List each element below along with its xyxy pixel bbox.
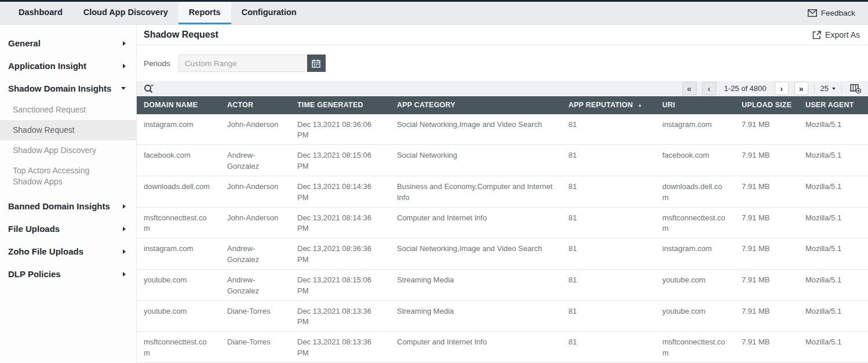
column-header-user-agent[interactable]: USER AGENT <box>798 96 868 114</box>
column-header-label: APP REPUTATION <box>568 101 633 109</box>
table-row[interactable]: youtube.comDiane-TorresDec 13,2021 08:13… <box>137 300 868 332</box>
top-navigation-bar: Dashboard Cloud App Discovery Reports Co… <box>0 2 868 25</box>
shadow-request-table: DOMAIN NAME ACTOR TIME GENERATED APP CAT… <box>137 96 868 363</box>
table-cell: 7.91 MB <box>735 332 798 363</box>
table-cell: Streaming Media <box>390 269 561 300</box>
table-cell: Mozilla/5.1 <box>798 332 868 363</box>
tab-dashboard[interactable]: Dashboard <box>8 2 73 24</box>
sidebar-item-zoho-file-uploads[interactable]: Zoho File Uploads <box>0 240 136 263</box>
table-cell: Social Networking,Image and Video Search <box>390 114 561 145</box>
table-cell: 81 <box>561 332 655 363</box>
prev-page-button[interactable]: ‹ <box>702 82 716 95</box>
sidebar-subitem-shadow-request[interactable]: Shadow Request <box>0 120 136 140</box>
pagination-range: 1-25 of 4800 <box>724 84 767 93</box>
table-row[interactable]: msftconnecttest.comDiane-TorresDec 13,20… <box>137 332 868 363</box>
table-cell: Mozilla/5.1 <box>798 176 868 207</box>
first-page-button[interactable]: « <box>683 82 696 95</box>
calendar-button[interactable] <box>307 55 326 72</box>
next-page-button[interactable]: › <box>775 82 789 95</box>
periods-input[interactable] <box>178 55 307 72</box>
table-cell: youtube.com <box>137 269 220 300</box>
table-cell: youtube.com <box>655 300 735 332</box>
sidebar-item-label: Zoho File Uploads <box>8 246 83 256</box>
export-icon <box>812 31 821 39</box>
table-cell: Dec 13,2021 08:36:36 PM <box>290 238 390 270</box>
table-cell: Dec 13,2021 08:13:36 PM <box>290 300 390 332</box>
table-cell: 81 <box>561 114 655 145</box>
table-cell: 7.91 MB <box>735 269 798 300</box>
chevron-right-icon <box>123 227 126 231</box>
table-cell: 81 <box>561 176 655 207</box>
toolbar-divider <box>814 84 815 94</box>
sidebar-item-dlp-policies[interactable]: DLP Policies <box>0 263 136 285</box>
column-chooser-button[interactable] <box>850 84 861 93</box>
sidebar-item-application-insight[interactable]: Application Insight <box>0 55 136 77</box>
table-row[interactable]: youtube.comAndrew-GonzalezDec 13,2021 08… <box>137 269 868 300</box>
column-header-app-reputation[interactable]: APP REPUTATION▲ <box>561 96 655 114</box>
table-cell: 7.91 MB <box>735 300 798 332</box>
export-as-button[interactable]: Export As <box>812 30 861 39</box>
table-toolbar: « ‹ 1-25 of 4800 › » 25 <box>137 81 868 96</box>
table-cell: youtube.com <box>655 269 735 300</box>
table-row[interactable]: instagram.comJohn-AndersonDec 13,2021 08… <box>137 114 868 145</box>
table-cell: 81 <box>561 300 655 332</box>
table-row[interactable]: facebook.comAndrew-GonzalezDec 13,2021 0… <box>137 145 868 176</box>
table-cell: instagram.com <box>655 114 735 145</box>
feedback-button[interactable]: Feedback <box>795 2 868 24</box>
tab-reports[interactable]: Reports <box>178 2 231 24</box>
search-button[interactable] <box>144 84 154 93</box>
sidebar-subitem-top-actors-accessing-shadow-apps[interactable]: Top Actors Accessing Shadow Apps <box>0 161 136 192</box>
table-cell: msftconnecttest.com <box>655 207 735 238</box>
column-header-upload-size[interactable]: UPLOAD SIZE <box>735 96 798 114</box>
table-cell: 7.91 MB <box>735 207 798 238</box>
table-cell: Social Networking <box>390 145 561 176</box>
table-header-row: DOMAIN NAME ACTOR TIME GENERATED APP CAT… <box>137 96 868 114</box>
table-cell: Mozilla/5.1 <box>798 145 868 176</box>
table-cell: 81 <box>561 207 655 238</box>
table-cell: Mozilla/5.1 <box>798 114 868 145</box>
export-label: Export As <box>825 30 860 39</box>
column-header-time-generated[interactable]: TIME GENERATED <box>290 96 390 114</box>
table-cell: msftconnecttest.com <box>137 332 220 363</box>
page-size-select[interactable]: 25 <box>820 84 836 93</box>
column-header-uri[interactable]: URI <box>655 96 735 114</box>
table-cell: Diane-Torres <box>220 300 290 332</box>
table-cell: facebook.com <box>655 145 735 176</box>
sidebar-item-label: File Uploads <box>8 224 60 234</box>
table-cell: Mozilla/5.1 <box>798 238 868 270</box>
table-cell: Mozilla/5.1 <box>798 207 868 238</box>
table-cell: msftconnecttest.com <box>655 332 735 363</box>
column-header-app-category[interactable]: APP CATEGORY <box>390 96 561 114</box>
add-column-icon <box>850 84 861 93</box>
page-title: Shadow Request <box>144 30 218 40</box>
table-cell: Business and Economy,Computer and Intern… <box>390 176 561 207</box>
table-cell: Computer and Internet Info <box>390 332 561 363</box>
table-cell: Andrew-Gonzalez <box>220 145 290 176</box>
table-cell: 81 <box>561 238 655 270</box>
sidebar-item-banned-domain-insights[interactable]: Banned Domain Insights <box>0 195 136 217</box>
sidebar-item-shadow-domain-insights[interactable]: Shadow Domain Insights <box>0 77 136 100</box>
table-row[interactable]: downloads.dell.comJohn-AndersonDec 13,20… <box>137 176 868 207</box>
table-cell: Streaming Media <box>390 300 561 332</box>
sidebar-subitem-shadow-app-discovery[interactable]: Shadow App Discovery <box>0 140 136 161</box>
table-cell: 81 <box>561 145 655 176</box>
chevron-right-icon <box>123 41 126 46</box>
page-size-value: 25 <box>820 84 829 93</box>
table-cell: youtube.com <box>137 300 220 332</box>
table-row[interactable]: instagram.comAndrew-GonzalezDec 13,2021 … <box>137 238 868 270</box>
sidebar-item-file-uploads[interactable]: File Uploads <box>0 217 136 240</box>
column-header-domain-name[interactable]: DOMAIN NAME <box>137 96 220 114</box>
tab-configuration[interactable]: Configuration <box>231 2 307 24</box>
table-row[interactable]: msftconnecttest.comJohn-AndersonDec 13,2… <box>137 207 868 238</box>
chevron-right-icon <box>123 272 126 277</box>
sidebar-item-general[interactable]: General <box>0 32 136 55</box>
tab-cloud-app-discovery[interactable]: Cloud App Discovery <box>73 2 178 24</box>
last-page-button[interactable]: » <box>794 82 808 95</box>
table-cell: Mozilla/5.1 <box>798 300 868 332</box>
column-header-actor[interactable]: ACTOR <box>220 96 290 114</box>
page-header: Shadow Request Export As <box>137 25 868 45</box>
sidebar: General Application Insight Shadow Domai… <box>0 25 137 363</box>
sidebar-subitem-sanctioned-request[interactable]: Sanctioned Request <box>0 100 136 120</box>
table-cell: John-Anderson <box>220 114 290 145</box>
chevron-right-icon <box>123 249 126 254</box>
